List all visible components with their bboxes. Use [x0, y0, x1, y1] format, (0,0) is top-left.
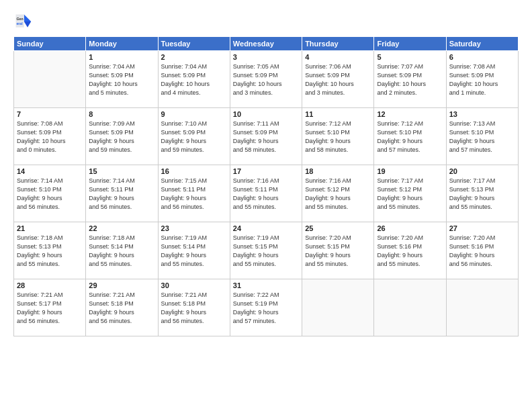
day-header-wednesday: Wednesday — [230, 37, 302, 51]
cell-info: Sunrise: 7:11 AM Sunset: 5:09 PM Dayligh… — [233, 120, 299, 154]
calendar-week-row: 7Sunrise: 7:08 AM Sunset: 5:09 PM Daylig… — [14, 108, 519, 165]
day-number: 15 — [89, 167, 154, 175]
day-number: 20 — [449, 167, 515, 175]
cell-info: Sunrise: 7:08 AM Sunset: 5:09 PM Dayligh… — [449, 62, 515, 97]
day-number: 10 — [233, 110, 299, 118]
calendar-cell — [446, 279, 518, 336]
cell-info: Sunrise: 7:16 AM Sunset: 5:11 PM Dayligh… — [233, 177, 299, 212]
day-number: 6 — [449, 53, 515, 61]
calendar-cell: 15Sunrise: 7:14 AM Sunset: 5:11 PM Dayli… — [86, 165, 158, 222]
day-header-saturday: Saturday — [446, 37, 518, 51]
cell-info: Sunrise: 7:21 AM Sunset: 5:17 PM Dayligh… — [17, 291, 83, 326]
svg-marker-0 — [24, 15, 32, 22]
cell-info: Sunrise: 7:22 AM Sunset: 5:19 PM Dayligh… — [233, 291, 299, 326]
calendar-cell: 16Sunrise: 7:15 AM Sunset: 5:11 PM Dayli… — [158, 165, 230, 222]
calendar-week-row: 1Sunrise: 7:04 AM Sunset: 5:09 PM Daylig… — [14, 51, 519, 108]
day-number: 12 — [377, 110, 443, 118]
day-number: 25 — [305, 224, 371, 232]
day-number: 9 — [161, 110, 227, 118]
day-number: 29 — [89, 281, 154, 289]
day-number: 8 — [89, 110, 154, 118]
calendar-cell: 24Sunrise: 7:19 AM Sunset: 5:15 PM Dayli… — [230, 222, 302, 279]
calendar-cell: 30Sunrise: 7:21 AM Sunset: 5:18 PM Dayli… — [158, 279, 230, 336]
calendar-cell: 14Sunrise: 7:14 AM Sunset: 5:10 PM Dayli… — [14, 165, 86, 222]
cell-info: Sunrise: 7:12 AM Sunset: 5:10 PM Dayligh… — [305, 120, 371, 154]
cell-info: Sunrise: 7:10 AM Sunset: 5:09 PM Dayligh… — [161, 120, 227, 154]
calendar-cell: 26Sunrise: 7:20 AM Sunset: 5:16 PM Dayli… — [374, 222, 446, 279]
calendar-table: SundayMondayTuesdayWednesdayThursdayFrid… — [13, 36, 519, 336]
cell-info: Sunrise: 7:20 AM Sunset: 5:16 PM Dayligh… — [449, 234, 515, 269]
calendar-cell: 12Sunrise: 7:12 AM Sunset: 5:10 PM Dayli… — [374, 108, 446, 165]
calendar-cell — [302, 279, 374, 336]
calendar-cell: 18Sunrise: 7:16 AM Sunset: 5:12 PM Dayli… — [302, 165, 374, 222]
day-number: 16 — [161, 167, 227, 175]
calendar-cell: 27Sunrise: 7:20 AM Sunset: 5:16 PM Dayli… — [446, 222, 518, 279]
calendar-cell: 1Sunrise: 7:04 AM Sunset: 5:09 PM Daylig… — [86, 51, 158, 108]
cell-info: Sunrise: 7:17 AM Sunset: 5:13 PM Dayligh… — [449, 177, 515, 212]
cell-info: Sunrise: 7:13 AM Sunset: 5:10 PM Dayligh… — [449, 120, 515, 154]
calendar-cell: 7Sunrise: 7:08 AM Sunset: 5:09 PM Daylig… — [14, 108, 86, 165]
cell-info: Sunrise: 7:18 AM Sunset: 5:13 PM Dayligh… — [17, 234, 83, 269]
calendar-cell: 13Sunrise: 7:13 AM Sunset: 5:10 PM Dayli… — [446, 108, 518, 165]
calendar-cell: 25Sunrise: 7:20 AM Sunset: 5:15 PM Dayli… — [302, 222, 374, 279]
day-header-monday: Monday — [86, 37, 158, 51]
day-number: 1 — [89, 53, 154, 61]
cell-info: Sunrise: 7:20 AM Sunset: 5:16 PM Dayligh… — [377, 234, 443, 269]
cell-info: Sunrise: 7:19 AM Sunset: 5:14 PM Dayligh… — [161, 234, 227, 269]
logo: Gen eral — [13, 12, 35, 31]
svg-text:Gen: Gen — [16, 17, 23, 21]
calendar-week-row: 21Sunrise: 7:18 AM Sunset: 5:13 PM Dayli… — [14, 222, 519, 279]
cell-info: Sunrise: 7:19 AM Sunset: 5:15 PM Dayligh… — [233, 234, 299, 269]
calendar-cell: 20Sunrise: 7:17 AM Sunset: 5:13 PM Dayli… — [446, 165, 518, 222]
page: Gen eral SundayMondayTuesdayWednesdayThu… — [0, 0, 532, 411]
day-number: 17 — [233, 167, 299, 175]
cell-info: Sunrise: 7:17 AM Sunset: 5:12 PM Dayligh… — [377, 177, 443, 212]
calendar-cell: 4Sunrise: 7:06 AM Sunset: 5:09 PM Daylig… — [302, 51, 374, 108]
cell-info: Sunrise: 7:21 AM Sunset: 5:18 PM Dayligh… — [89, 291, 154, 326]
calendar-cell: 28Sunrise: 7:21 AM Sunset: 5:17 PM Dayli… — [14, 279, 86, 336]
day-number: 30 — [161, 281, 227, 289]
day-number: 21 — [17, 224, 83, 232]
calendar-cell: 5Sunrise: 7:07 AM Sunset: 5:09 PM Daylig… — [374, 51, 446, 108]
calendar-cell — [14, 51, 86, 108]
svg-marker-1 — [24, 21, 32, 28]
calendar-cell: 19Sunrise: 7:17 AM Sunset: 5:12 PM Dayli… — [374, 165, 446, 222]
calendar-cell: 8Sunrise: 7:09 AM Sunset: 5:09 PM Daylig… — [86, 108, 158, 165]
logo-icon: Gen eral — [13, 12, 32, 31]
calendar-cell: 11Sunrise: 7:12 AM Sunset: 5:10 PM Dayli… — [302, 108, 374, 165]
calendar-week-row: 14Sunrise: 7:14 AM Sunset: 5:10 PM Dayli… — [14, 165, 519, 222]
day-header-sunday: Sunday — [14, 37, 86, 51]
day-header-friday: Friday — [374, 37, 446, 51]
cell-info: Sunrise: 7:12 AM Sunset: 5:10 PM Dayligh… — [377, 120, 443, 154]
day-number: 24 — [233, 224, 299, 232]
cell-info: Sunrise: 7:21 AM Sunset: 5:18 PM Dayligh… — [161, 291, 227, 326]
cell-info: Sunrise: 7:14 AM Sunset: 5:11 PM Dayligh… — [89, 177, 154, 212]
calendar-cell: 21Sunrise: 7:18 AM Sunset: 5:13 PM Dayli… — [14, 222, 86, 279]
day-number: 11 — [305, 110, 371, 118]
calendar-cell: 29Sunrise: 7:21 AM Sunset: 5:18 PM Dayli… — [86, 279, 158, 336]
cell-info: Sunrise: 7:05 AM Sunset: 5:09 PM Dayligh… — [233, 62, 299, 97]
day-header-tuesday: Tuesday — [158, 37, 230, 51]
calendar-cell: 10Sunrise: 7:11 AM Sunset: 5:09 PM Dayli… — [230, 108, 302, 165]
calendar-cell: 6Sunrise: 7:08 AM Sunset: 5:09 PM Daylig… — [446, 51, 518, 108]
calendar-cell: 17Sunrise: 7:16 AM Sunset: 5:11 PM Dayli… — [230, 165, 302, 222]
cell-info: Sunrise: 7:16 AM Sunset: 5:12 PM Dayligh… — [305, 177, 371, 212]
svg-text:eral: eral — [16, 21, 23, 26]
cell-info: Sunrise: 7:04 AM Sunset: 5:09 PM Dayligh… — [89, 62, 154, 97]
day-number: 14 — [17, 167, 83, 175]
calendar-cell: 9Sunrise: 7:10 AM Sunset: 5:09 PM Daylig… — [158, 108, 230, 165]
cell-info: Sunrise: 7:08 AM Sunset: 5:09 PM Dayligh… — [17, 120, 83, 154]
calendar-cell: 23Sunrise: 7:19 AM Sunset: 5:14 PM Dayli… — [158, 222, 230, 279]
day-number: 2 — [161, 53, 227, 61]
cell-info: Sunrise: 7:14 AM Sunset: 5:10 PM Dayligh… — [17, 177, 83, 212]
day-number: 27 — [449, 224, 515, 232]
day-number: 7 — [17, 110, 83, 118]
calendar-cell: 31Sunrise: 7:22 AM Sunset: 5:19 PM Dayli… — [230, 279, 302, 336]
day-number: 18 — [305, 167, 371, 175]
cell-info: Sunrise: 7:09 AM Sunset: 5:09 PM Dayligh… — [89, 120, 154, 154]
cell-info: Sunrise: 7:07 AM Sunset: 5:09 PM Dayligh… — [377, 62, 443, 97]
day-header-thursday: Thursday — [302, 37, 374, 51]
day-number: 31 — [233, 281, 299, 289]
calendar-cell: 2Sunrise: 7:04 AM Sunset: 5:09 PM Daylig… — [158, 51, 230, 108]
calendar-cell: 22Sunrise: 7:18 AM Sunset: 5:14 PM Dayli… — [86, 222, 158, 279]
